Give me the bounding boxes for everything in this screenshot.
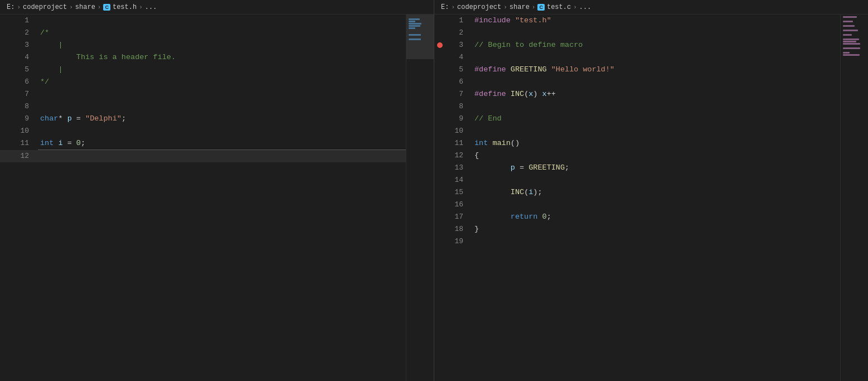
breakpoint-area[interactable]	[434, 199, 445, 211]
table-row: 5#define GREETING "Hello world!"	[434, 64, 840, 76]
minimap-line	[409, 27, 415, 29]
line-number: 11	[445, 137, 472, 149]
line-content: int main()	[472, 137, 840, 149]
breakpoint-area[interactable]	[434, 125, 445, 137]
line-content: {	[472, 149, 840, 162]
line-content: */	[38, 76, 406, 88]
breakpoint-area[interactable]	[0, 113, 11, 125]
line-number: 14	[445, 174, 472, 186]
token-macro-name: GREETING	[528, 163, 565, 172]
breakpoint-area[interactable]	[434, 149, 445, 162]
table-row: 11int i = 0;	[0, 137, 406, 150]
breakpoint-area[interactable]	[434, 64, 445, 76]
line-content	[38, 100, 406, 113]
line-content	[472, 199, 840, 211]
table-row: 15 INC(i);	[434, 186, 840, 199]
left-editor-pane: E: › codeproject › share › C test.h › ..…	[0, 0, 434, 381]
line-number: 6	[11, 76, 38, 88]
token-comment: /*	[40, 28, 49, 37]
minimap-line	[409, 38, 421, 40]
line-content	[472, 174, 840, 186]
line-content	[472, 100, 840, 113]
line-number: 1	[11, 15, 38, 27]
token-op: =	[67, 139, 72, 147]
breakpoint-area[interactable]	[434, 100, 445, 113]
table-row: 9char* p = "Delphi";	[0, 113, 406, 125]
table-row: 9// End	[434, 113, 840, 125]
token-num: 0	[76, 139, 81, 147]
token-punct: );	[533, 188, 542, 196]
line-content	[38, 88, 406, 100]
breakpoint-area[interactable]	[0, 64, 11, 76]
line-content: |	[38, 64, 406, 76]
token-plain	[81, 114, 85, 123]
line-number: 11	[11, 137, 38, 150]
breakpoint-area[interactable]	[434, 162, 445, 174]
right-breadcrumb: E: › codeproject › share › C test.c › ..…	[434, 0, 868, 15]
breakpoint-area[interactable]	[434, 15, 445, 27]
breakpoint-area[interactable]	[434, 186, 445, 199]
breakpoint-area[interactable]	[0, 100, 11, 113]
table-row: 10	[0, 125, 406, 137]
breakpoint-area[interactable]	[0, 39, 11, 51]
line-content	[472, 51, 840, 64]
line-content	[472, 235, 840, 248]
breakpoint-area[interactable]	[0, 51, 11, 64]
breakpoint-area[interactable]	[0, 15, 11, 27]
token-punct: ;	[565, 163, 569, 172]
line-number: 3	[445, 39, 472, 51]
table-row: 19	[434, 235, 840, 248]
breakpoint-area[interactable]	[434, 211, 445, 223]
breakpoint-area[interactable]	[0, 88, 11, 100]
line-content	[38, 150, 406, 162]
line-number: 8	[11, 100, 38, 113]
breakpoint-area[interactable]	[434, 27, 445, 39]
line-content	[472, 27, 840, 39]
breakpoint-area[interactable]	[434, 223, 445, 235]
line-content	[38, 125, 406, 137]
token-func: main	[492, 139, 510, 147]
breakpoint-area[interactable]	[0, 76, 11, 88]
breakpoint-dot	[437, 42, 443, 48]
table-row: 5 |	[0, 64, 406, 76]
breakpoint-area[interactable]	[434, 174, 445, 186]
token-punct: ;	[81, 139, 85, 147]
token-plain	[474, 213, 511, 221]
breakpoint-area[interactable]	[434, 235, 445, 248]
right-minimap-content	[841, 15, 868, 60]
c-file-icon-left: C	[103, 4, 110, 11]
line-number: 6	[445, 76, 472, 88]
line-content: /*	[38, 27, 406, 39]
table-row: 16	[434, 199, 840, 211]
line-number: 1	[445, 15, 472, 27]
breakpoint-area[interactable]	[434, 113, 445, 125]
line-number: 17	[445, 211, 472, 223]
breakpoint-area[interactable]	[0, 27, 11, 39]
token-macro: #include	[474, 16, 511, 25]
token-punct: ()	[511, 139, 520, 147]
token-plain	[537, 90, 542, 98]
breakpoint-area[interactable]	[434, 76, 445, 88]
breakpoint-area[interactable]	[0, 137, 11, 150]
right-code-area[interactable]: 1#include "test.h"2 3// Begin to define …	[434, 15, 840, 381]
line-content: INC(i);	[472, 186, 840, 199]
line-number: 8	[445, 100, 472, 113]
table-row: 7	[0, 88, 406, 100]
breakpoint-area[interactable]	[0, 125, 11, 137]
token-num: 0	[542, 213, 547, 221]
minimap-line	[843, 43, 860, 45]
left-code-area[interactable]: 1 2/*3 |4 This is a header file.5 |6*/7 …	[0, 15, 406, 381]
token-var: p	[511, 163, 515, 172]
breakpoint-area[interactable]	[434, 88, 445, 100]
breakpoint-area[interactable]	[434, 137, 445, 149]
breakpoint-area[interactable]	[0, 150, 11, 162]
minimap-line	[843, 38, 859, 40]
token-kw: int	[40, 139, 54, 147]
line-number: 19	[445, 235, 472, 248]
breakpoint-area[interactable]	[434, 51, 445, 64]
token-macro: #define	[474, 90, 506, 98]
breakpoint-area[interactable]	[434, 39, 445, 51]
line-content	[472, 76, 840, 88]
token-punct: {	[474, 151, 479, 160]
token-punct: *	[58, 114, 62, 123]
